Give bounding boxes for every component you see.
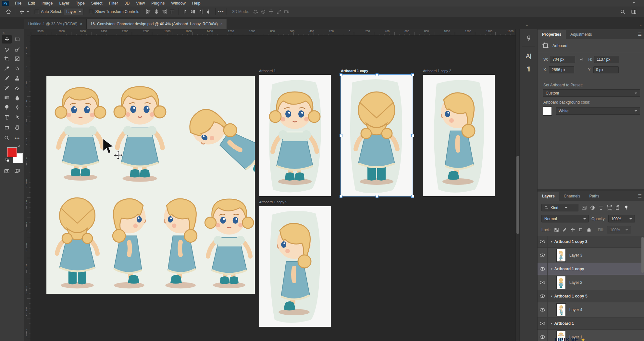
- character-panel-icon[interactable]: A|: [520, 53, 538, 59]
- artboard-1-copy-5[interactable]: [259, 206, 331, 327]
- blend-mode-dropdown[interactable]: Normal: [541, 215, 589, 222]
- quick-mask-icon[interactable]: [2, 167, 12, 175]
- close-tab-icon[interactable]: ×: [80, 22, 82, 26]
- crop-tool[interactable]: [2, 55, 12, 63]
- menu-help[interactable]: Help: [189, 0, 204, 6]
- selection-handle[interactable]: [340, 195, 342, 198]
- tool-preset-move[interactable]: [19, 9, 29, 15]
- history-brush-tool[interactable]: [2, 84, 12, 92]
- layer-group-row-selected[interactable]: ▾ Artboard 1 copy: [538, 263, 644, 275]
- menu-window[interactable]: Window: [168, 0, 189, 6]
- visibility-toggle[interactable]: [538, 290, 548, 302]
- visibility-toggle[interactable]: [538, 330, 548, 341]
- foreground-color-swatch[interactable]: [7, 147, 17, 157]
- y-field[interactable]: 0 px: [593, 66, 619, 73]
- eyedropper-tool[interactable]: [2, 64, 12, 73]
- layer-group-row[interactable]: ▾ Artboard 1 copy 2: [538, 236, 644, 248]
- artboard-label-selected[interactable]: Artboard 1 copy: [341, 69, 368, 73]
- lasso-tool[interactable]: [2, 45, 12, 54]
- layer-thumbnail[interactable]: [557, 249, 565, 261]
- menu-select[interactable]: Select: [88, 0, 106, 6]
- artboard-1-copy-2[interactable]: [423, 75, 495, 196]
- lock-artboard-icon[interactable]: [578, 227, 583, 232]
- x-field[interactable]: 2896 px: [549, 66, 574, 73]
- frame-tool[interactable]: [12, 55, 22, 63]
- preset-dropdown[interactable]: Custom: [543, 89, 640, 97]
- height-field[interactable]: 1137 px: [594, 56, 619, 63]
- menu-type[interactable]: Type: [73, 0, 88, 6]
- home-icon[interactable]: [5, 8, 12, 15]
- selection-handle[interactable]: [340, 73, 342, 76]
- menu-3d[interactable]: 3D: [121, 0, 133, 6]
- default-colors-icon[interactable]: [5, 158, 10, 162]
- layer-row[interactable]: Layer 2: [538, 275, 644, 290]
- close-tab-icon[interactable]: ×: [220, 22, 223, 26]
- blur-tool[interactable]: [12, 94, 22, 102]
- clone-stamp-tool[interactable]: [12, 74, 22, 82]
- layer-group-row[interactable]: ▾ Artboard 1 copy 5: [538, 290, 644, 302]
- opacity-dropdown[interactable]: 100%: [608, 215, 635, 222]
- workspace-switcher-icon[interactable]: [630, 8, 638, 15]
- lock-pixels-icon[interactable]: [562, 227, 567, 232]
- ruler-origin-corner[interactable]: [24, 29, 31, 36]
- panel-menu-icon[interactable]: ☰: [638, 32, 642, 37]
- align-more-options[interactable]: •••: [218, 9, 224, 14]
- panel-menu-icon[interactable]: ☰: [638, 194, 642, 198]
- swap-colors-icon[interactable]: [17, 145, 21, 149]
- filter-smart-objects-icon[interactable]: [615, 205, 621, 210]
- vertical-ruler[interactable]: 2000200 400600800 100012001400 160018002…: [24, 36, 31, 341]
- filter-pixel-layers-icon[interactable]: [581, 205, 587, 210]
- marquee-tool[interactable]: [12, 35, 22, 44]
- brush-tool[interactable]: [2, 74, 12, 82]
- tab-layers[interactable]: Layers: [538, 192, 559, 201]
- 3d-roll-icon[interactable]: [259, 8, 267, 15]
- layer-thumbnail[interactable]: [557, 276, 565, 289]
- quick-selection-tool[interactable]: [12, 45, 22, 54]
- visibility-toggle[interactable]: [538, 302, 548, 317]
- 3d-pan-icon[interactable]: [267, 8, 275, 15]
- type-tool[interactable]: [2, 113, 12, 121]
- distribute-vertical-icon[interactable]: [205, 8, 213, 15]
- artboard-label[interactable]: Artboard 1: [259, 69, 276, 73]
- selection-handle[interactable]: [411, 195, 414, 198]
- canvas[interactable]: Artboard 1 Artboard 1 copy Artboard 1 co…: [31, 36, 515, 341]
- tab-channels[interactable]: Channels: [559, 192, 585, 201]
- lock-all-icon[interactable]: [587, 227, 591, 232]
- align-horizontal-centers-icon[interactable]: [153, 8, 160, 15]
- distribute-bottom-icon[interactable]: [197, 8, 205, 15]
- scrollbar-thumb[interactable]: [516, 156, 519, 234]
- visibility-toggle[interactable]: [538, 236, 548, 247]
- collapse-panels-icon[interactable]: »: [639, 23, 642, 27]
- expand-panels-icon[interactable]: «: [526, 23, 528, 27]
- fill-dropdown[interactable]: 100%: [607, 226, 631, 234]
- artboard-label[interactable]: Artboard 1 copy 5: [259, 200, 287, 204]
- distribute-horizontal-centers-icon[interactable]: [189, 8, 197, 15]
- menu-filter[interactable]: Filter: [106, 0, 121, 6]
- chevron-down-icon[interactable]: ▾: [551, 267, 552, 271]
- pen-tool[interactable]: [12, 103, 22, 112]
- 3d-orbit-icon[interactable]: [252, 8, 259, 15]
- align-top-edges-icon[interactable]: [168, 8, 176, 15]
- artboard-1[interactable]: [259, 75, 331, 196]
- auto-select-checkbox[interactable]: [35, 10, 39, 14]
- zoom-tool[interactable]: [2, 134, 12, 142]
- selection-handle[interactable]: [376, 195, 378, 198]
- screen-mode-icon[interactable]: [12, 167, 22, 175]
- menu-view[interactable]: View: [133, 0, 148, 6]
- chevron-down-icon[interactable]: ▾: [551, 295, 552, 298]
- path-selection-tool[interactable]: [12, 113, 22, 121]
- visibility-toggle[interactable]: [538, 263, 548, 275]
- gradient-tool[interactable]: [2, 94, 12, 102]
- horizontal-ruler[interactable]: 300028002600 240022002000 180016001400 1…: [31, 29, 515, 36]
- show-transform-checkbox[interactable]: [89, 10, 93, 14]
- tab-properties[interactable]: Properties: [538, 30, 566, 39]
- move-tool[interactable]: [2, 35, 12, 44]
- filter-kind-dropdown[interactable]: Kind: [541, 204, 578, 211]
- 3d-slide-icon[interactable]: [275, 8, 283, 15]
- menu-plugins[interactable]: Plugins: [148, 0, 168, 6]
- auto-select-target-dropdown[interactable]: Layer: [64, 8, 83, 15]
- dodge-tool[interactable]: [2, 103, 12, 112]
- selection-handle[interactable]: [411, 134, 414, 137]
- tab-adjustments[interactable]: Adjustments: [566, 30, 596, 39]
- width-field[interactable]: 704 px: [550, 56, 575, 63]
